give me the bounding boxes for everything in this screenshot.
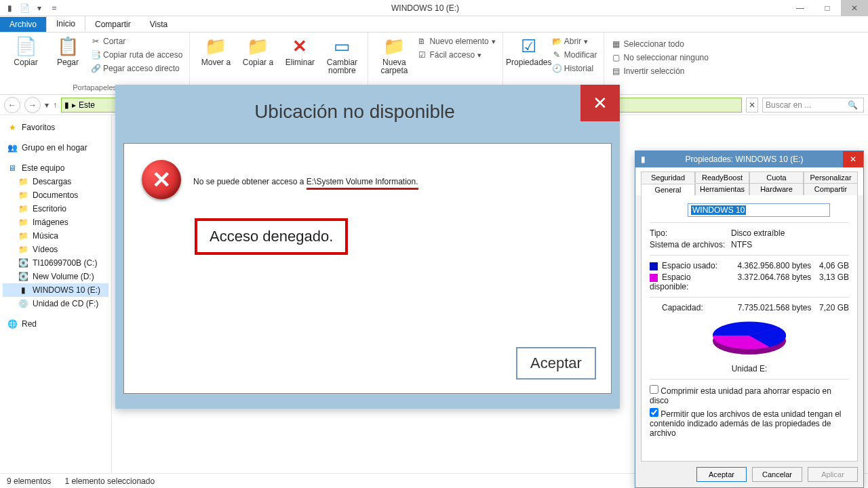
tab-home[interactable]: Inicio	[46, 16, 85, 32]
compress-label: Comprimir esta unidad para ahorrar espac…	[650, 386, 831, 405]
sidebar-network[interactable]: 🌐Red	[3, 317, 108, 331]
sidebar-label: Descargas	[33, 177, 71, 186]
disk-icon: 💽	[18, 272, 28, 281]
new-folder-label: Nueva carpeta	[375, 58, 413, 75]
open-button[interactable]: 📂Abrir ▾	[552, 35, 597, 47]
forward-button[interactable]: →	[24, 97, 41, 113]
paste-shortcut-icon: 🔗	[91, 64, 100, 73]
copy-path-button[interactable]: 📑Copiar ruta de acceso	[91, 49, 182, 61]
new-folder-button[interactable]: 📁Nueva carpeta	[375, 35, 413, 75]
recent-dropdown[interactable]: ▾	[45, 100, 49, 110]
fs-value: NTFS	[731, 240, 752, 249]
error-dialog: Ubicación no disponible ✕ ✕ No se puede …	[115, 85, 620, 409]
properties-cancel-button[interactable]: Cancelar	[752, 467, 802, 482]
search-box[interactable]: Buscar en ... 🔍	[762, 98, 864, 113]
rename-button[interactable]: ▭Cambiar nombre	[323, 35, 361, 75]
history-button[interactable]: 🕘Historial	[552, 62, 597, 75]
address-clear-button[interactable]: ✕	[746, 98, 758, 113]
error-dialog-ok-button[interactable]: Aceptar	[516, 347, 596, 380]
paste-button[interactable]: 📋 Pegar	[49, 35, 87, 66]
breadcrumb[interactable]: Este	[79, 100, 95, 110]
window-title: WINDOWS 10 (E:)	[64, 3, 787, 13]
capacity-gb: 7,20 GB	[811, 303, 849, 312]
cut-button[interactable]: ✂Cortar	[91, 35, 182, 47]
tab-sharing[interactable]: Compartir	[804, 183, 858, 195]
properties-icon: ☑	[518, 35, 540, 57]
minimize-button[interactable]: —	[787, 0, 814, 16]
star-icon: ★	[7, 123, 18, 132]
edit-button[interactable]: ✎Modificar	[552, 49, 597, 61]
rename-icon: ▭	[331, 35, 353, 57]
sidebar-label: Escritorio	[33, 204, 66, 214]
copy-to-button[interactable]: 📁Copiar a	[239, 35, 277, 66]
fs-label: Sistema de archivos:	[650, 240, 731, 249]
back-button[interactable]: ←	[4, 97, 20, 113]
sidebar-label: TI10699700B (C:)	[33, 258, 97, 268]
select-all-button[interactable]: ▦Seleccionar todo	[611, 38, 708, 50]
sidebar-label: Vídeos	[33, 245, 58, 254]
qat-new-folder-icon[interactable]: 📄	[19, 3, 30, 14]
tab-view[interactable]: Vista	[140, 17, 177, 32]
capacity-label: Capacidad:	[650, 303, 730, 312]
compress-checkbox[interactable]: Comprimir esta unidad para ahorrar espac…	[650, 385, 849, 405]
tab-customize[interactable]: Personalizar	[804, 171, 858, 183]
easy-access-button[interactable]: ☑Fácil acceso ▾	[417, 49, 495, 61]
tab-tools[interactable]: Herramientas	[695, 183, 749, 195]
invert-selection-button[interactable]: ▤Invertir selección	[611, 65, 708, 77]
properties-apply-button[interactable]: Aplicar	[808, 467, 858, 482]
sidebar-drive-e[interactable]: ▮WINDOWS 10 (E:)	[3, 283, 108, 297]
properties-dialog-close-button[interactable]: ✕	[843, 151, 863, 167]
properties-ok-button[interactable]: Aceptar	[696, 467, 747, 482]
close-button[interactable]: ✕	[841, 0, 868, 16]
copy-button[interactable]: 📄 Copiar	[7, 35, 45, 66]
sidebar-drive-c[interactable]: 💽TI10699700B (C:)	[3, 256, 108, 270]
sidebar-documents[interactable]: 📁Documentos	[3, 188, 108, 202]
tab-share[interactable]: Compartir	[85, 17, 140, 32]
move-to-button[interactable]: 📁Mover a	[197, 35, 235, 66]
network-icon: 🌐	[7, 319, 18, 329]
sidebar-downloads[interactable]: 📁Descargas	[3, 175, 108, 188]
sidebar-desktop[interactable]: 📁Escritorio	[3, 202, 108, 216]
cd-icon: 💿	[18, 299, 28, 308]
select-none-button[interactable]: ▢No seleccionar ninguno	[611, 52, 708, 64]
up-button[interactable]: ↑	[53, 100, 57, 110]
sidebar-favorites[interactable]: ★Favoritos	[3, 121, 108, 134]
folder-icon: 📁	[18, 204, 28, 214]
usb-icon: ▮	[18, 285, 28, 295]
select-none-label: No seleccionar ninguno	[623, 53, 708, 62]
sidebar-drive-d[interactable]: 💽New Volume (D:)	[3, 270, 108, 283]
sidebar-this-pc[interactable]: 🖥Este equipo	[3, 161, 108, 175]
tab-security[interactable]: Seguridad	[641, 171, 695, 183]
sidebar-pictures[interactable]: 📁Imágenes	[3, 216, 108, 229]
paste-shortcut-button[interactable]: 🔗Pegar acceso directo	[91, 62, 182, 75]
edit-icon: ✎	[552, 50, 561, 60]
new-item-icon: 🗎	[417, 37, 427, 46]
properties-button[interactable]: ☑Propiedades	[510, 35, 548, 66]
ribbon-group-select: ▦Seleccionar todo ▢No seleccionar ningun…	[604, 33, 715, 94]
sidebar-homegroup[interactable]: 👥Grupo en el hogar	[3, 141, 108, 155]
tab-file[interactable]: Archivo	[0, 17, 46, 32]
tab-hardware[interactable]: Hardware	[749, 183, 804, 195]
error-dialog-close-button[interactable]: ✕	[580, 85, 620, 121]
tab-general[interactable]: General	[641, 184, 695, 196]
tab-quota[interactable]: Cuota	[749, 171, 804, 183]
sidebar-drive-f[interactable]: 💿Unidad de CD (F:)	[3, 297, 108, 310]
new-item-button[interactable]: 🗎Nuevo elemento ▾	[417, 35, 495, 47]
sidebar-label: New Volume (D:)	[33, 272, 94, 281]
qat-dropdown-icon[interactable]: ▾	[34, 3, 45, 14]
disk-icon: 💽	[18, 258, 28, 268]
paste-shortcut-label: Pegar acceso directo	[103, 64, 180, 73]
sidebar: ★Favoritos 👥Grupo en el hogar 🖥Este equi…	[0, 115, 112, 473]
index-checkbox[interactable]: Permitir que los archivos de esta unidad…	[650, 408, 849, 438]
history-label: Historial	[564, 64, 593, 73]
history-icon: 🕘	[552, 64, 561, 73]
tab-readyboost[interactable]: ReadyBoost	[695, 171, 749, 183]
delete-button[interactable]: ✕Eliminar	[281, 35, 319, 66]
sidebar-music[interactable]: 📁Música	[3, 229, 108, 243]
sidebar-videos[interactable]: 📁Vídeos	[3, 243, 108, 256]
maximize-button[interactable]: □	[814, 0, 841, 16]
new-folder-icon: 📁	[383, 35, 405, 57]
folder-icon: 📁	[18, 231, 28, 241]
volume-name-input[interactable]: WINDOWS 10	[688, 203, 830, 217]
search-icon: 🔍	[848, 100, 858, 110]
